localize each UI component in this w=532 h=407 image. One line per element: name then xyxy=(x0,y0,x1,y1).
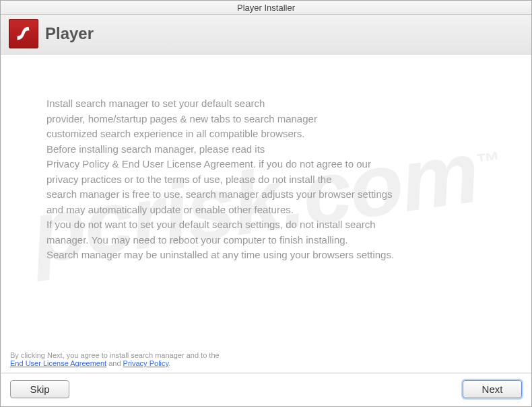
disclaimer-prefix: By clicking Next, you agree to install s… xyxy=(10,351,220,359)
disclaimer-text: By clicking Next, you agree to install s… xyxy=(1,346,531,373)
flash-player-icon xyxy=(9,19,38,48)
disclaimer-suffix: . xyxy=(168,359,170,367)
eula-link[interactable]: End User License Agreement xyxy=(10,359,106,367)
header-bar: Player xyxy=(1,15,531,54)
privacy-policy-link[interactable]: Privacy Policy xyxy=(123,359,169,367)
window-title: Player Installer xyxy=(237,3,295,13)
content-area: pcrisk.com™ Install search manager to se… xyxy=(1,54,531,346)
header-title: Player xyxy=(45,24,94,43)
installer-window: Player Installer Player pcrisk.com™ Inst… xyxy=(0,0,532,407)
next-button[interactable]: Next xyxy=(463,380,522,398)
installer-body-text: Install search manager to set your defau… xyxy=(1,54,531,276)
disclaimer-and: and xyxy=(106,359,123,367)
skip-button[interactable]: Skip xyxy=(10,380,69,398)
footer-bar: Skip Next xyxy=(1,373,531,406)
window-titlebar: Player Installer xyxy=(1,1,531,15)
